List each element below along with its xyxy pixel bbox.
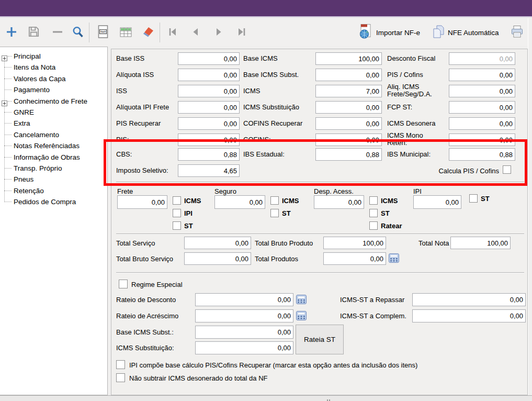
total-produtos-calculator-button[interactable] <box>389 253 399 263</box>
sidebar-item-informacao-de-obras[interactable]: Informação de Obras <box>0 152 104 163</box>
rateio-desconto-field[interactable] <box>195 293 293 306</box>
base-iss-field[interactable] <box>178 52 240 65</box>
base-icms-subst2-field[interactable] <box>195 326 293 339</box>
icms-mono-reten-field[interactable] <box>449 133 515 146</box>
sidebar-item-retencao[interactable]: Retenção <box>0 185 104 196</box>
sidebar-item-pneus[interactable]: Pneus <box>0 174 104 185</box>
total-bruto-produto-field[interactable] <box>323 237 386 249</box>
icms-desonera-label: ICMS Desonera <box>387 119 435 127</box>
aliquota-iss-field[interactable] <box>178 69 240 81</box>
desconto-fiscal-field[interactable] <box>449 52 515 65</box>
nav-next-button[interactable] <box>210 24 227 41</box>
sidebar-item-cancelamento[interactable]: Cancelamento <box>0 129 104 140</box>
nav-last-button[interactable] <box>233 24 250 41</box>
delete-record-button[interactable] <box>49 24 66 41</box>
rateia-st-button[interactable]: Rateia ST <box>296 325 344 354</box>
nfe-automatica-button[interactable]: NFE Automática <box>432 25 499 40</box>
clear-button[interactable] <box>139 24 156 41</box>
icms-desonera-field[interactable] <box>449 117 515 130</box>
sidebar-item-notas-referenciadas[interactable]: Notas Referênciadas <box>0 140 104 151</box>
sidebar-item-conhecimento-de-frete[interactable]: Conhecimento de Frete <box>0 96 104 107</box>
desp-acess-st-checkbox[interactable] <box>369 209 378 217</box>
fcp-st-field[interactable] <box>449 101 515 114</box>
navigation-tree: Principal Itens da Nota Valores da Capa … <box>0 47 108 395</box>
iss-field[interactable] <box>178 85 240 97</box>
nav-last-icon <box>236 27 247 39</box>
grid-view-button[interactable] <box>117 24 134 41</box>
tree-connector <box>4 191 12 191</box>
rateio-acrescimo-field[interactable] <box>195 309 293 322</box>
total-bruto-servico-field[interactable] <box>184 252 251 265</box>
search-button[interactable] <box>70 24 86 41</box>
icms-st-complem-field[interactable] <box>412 309 526 322</box>
nav-next-icon <box>213 27 224 39</box>
icms-field[interactable] <box>315 85 382 97</box>
seguro-st-checkbox-label: ST <box>282 209 291 217</box>
desp-acess-icms-checkbox[interactable] <box>369 196 378 205</box>
imposto-seletivo-field[interactable] <box>178 164 240 177</box>
base-icms-subst-field[interactable] <box>315 69 382 81</box>
sidebar-item-transp-proprio[interactable]: Transp. Próprio <box>0 163 104 174</box>
plus-icon <box>5 26 18 40</box>
regime-especial-checkbox[interactable] <box>119 280 128 288</box>
import-nfe-button[interactable]: Importar NF-e <box>357 25 420 40</box>
base-icms-field[interactable] <box>315 52 382 65</box>
sidebar-item-gnre[interactable]: GNRE <box>0 107 104 118</box>
sidebar-item-valores-da-capa[interactable]: Valores da Capa <box>0 73 104 84</box>
total-nota-field[interactable] <box>450 237 511 249</box>
sidebar-item-itens-da-nota[interactable]: Itens da Nota <box>0 62 104 73</box>
seguro-icms-checkbox[interactable] <box>270 196 279 205</box>
aliq-icms-frete-field[interactable] <box>449 85 515 97</box>
ipi-st-checkbox[interactable] <box>469 194 478 203</box>
save-button[interactable] <box>25 24 42 41</box>
sidebar-item-pedidos-de-compra[interactable]: Pedidos de Compra <box>0 196 104 207</box>
total-produtos-field[interactable] <box>323 252 386 265</box>
cbs-field[interactable] <box>178 148 240 161</box>
seguro-field[interactable] <box>214 195 265 209</box>
ibs-estadual-label: IBS Estadual: <box>243 150 285 158</box>
nav-prev-button[interactable] <box>187 24 204 41</box>
txt-file-icon: TXT <box>96 25 110 40</box>
pis-field[interactable] <box>178 133 240 146</box>
nao-subtrair-checkbox[interactable] <box>116 373 125 382</box>
pis-recuperar-field[interactable] <box>178 117 240 130</box>
section-separator <box>116 233 524 235</box>
toolbar-separator <box>160 23 160 42</box>
total-produtos-label: Total Produtos <box>255 255 298 263</box>
calcula-pis-cofins-checkbox[interactable] <box>503 165 511 174</box>
cbs-label: CBS: <box>116 150 132 158</box>
nav-first-button[interactable] <box>164 24 181 41</box>
pis-cofins-field[interactable] <box>449 69 515 81</box>
frete-st-checkbox[interactable] <box>173 221 181 230</box>
rateio-desconto-calculator-button[interactable] <box>296 295 307 304</box>
sidebar-item-principal[interactable]: Principal <box>0 51 104 62</box>
icms-substituicao-field[interactable] <box>315 101 382 114</box>
rateio-acrescimo-calculator-button[interactable] <box>296 311 307 320</box>
import-nfe-icon <box>357 24 373 41</box>
nfe-automatica-label: NFE Automática <box>448 29 499 37</box>
cofins-recuperar-field[interactable] <box>315 117 382 130</box>
frete-field[interactable] <box>117 195 167 209</box>
nav-first-icon <box>167 27 178 39</box>
icms-substituicao2-field[interactable] <box>195 341 293 354</box>
export-txt-button[interactable]: TXT <box>95 24 111 41</box>
ipi-field[interactable] <box>413 195 461 209</box>
add-record-button[interactable] <box>3 24 20 41</box>
sidebar-item-extra[interactable]: Extra <box>0 118 104 129</box>
splitter-grip[interactable] <box>327 397 332 400</box>
desp-acess-field[interactable] <box>314 195 364 209</box>
print-button[interactable] <box>508 24 525 41</box>
cofins-field[interactable] <box>315 133 382 146</box>
ipi-compoe-checkbox[interactable] <box>116 360 125 369</box>
icms-st-repassar-field[interactable] <box>412 293 526 306</box>
aliquota-ipi-frete-field[interactable] <box>178 101 240 114</box>
frete-icms-checkbox[interactable] <box>173 196 181 205</box>
ibs-municipal-field[interactable] <box>449 148 515 161</box>
tree-connector <box>4 67 12 68</box>
desp-acess-ratear-checkbox[interactable] <box>369 221 378 230</box>
ibs-estadual-field[interactable] <box>315 148 382 161</box>
seguro-st-checkbox[interactable] <box>270 209 279 217</box>
frete-ipi-checkbox[interactable] <box>173 209 181 217</box>
total-servico-field[interactable] <box>184 237 251 249</box>
sidebar-item-pagamento[interactable]: Pagamento <box>0 84 104 95</box>
